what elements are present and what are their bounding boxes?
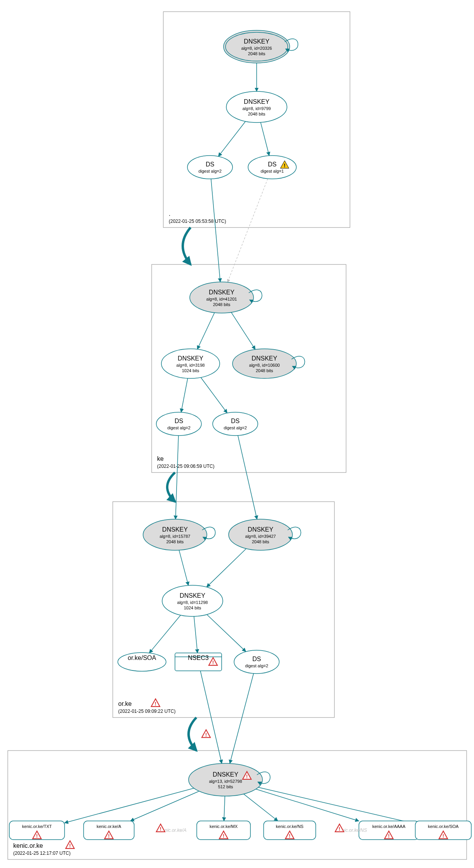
node-subtitle: digest alg=2 [167, 425, 191, 430]
node-subtitle: digest alg=1 [261, 169, 284, 173]
zone-delegation-arrow [189, 718, 196, 751]
node-title: NSEC3 [188, 654, 208, 661]
node-bits: 2048 bits [166, 539, 184, 544]
dnssec-chain-diagram: ! DNSKEYalg=8, id=203262048 bitsDNSKEYal… [0, 0, 474, 868]
node-title: DNSKEY [180, 592, 205, 599]
node-title: kenic.or.ke/TXT [22, 824, 52, 829]
zone-timestamp-kenic: (2022-01-25 12:17:07 UTC) [13, 850, 70, 856]
node-subtitle: alg=8, id=41201 [206, 297, 237, 301]
node-orke_ksk_b: DNSKEYalg=8, id=394272048 bits [229, 519, 301, 550]
node-rr_soa: kenic.or.ke/SOA! [415, 821, 471, 840]
svg-text:!: ! [284, 163, 285, 168]
node-subtitle: alg=8, id=20326 [241, 46, 272, 51]
edge-orke_nsec3-to-kenic_dnskey [200, 671, 222, 763]
zone-name-orke: or.ke [118, 700, 132, 707]
edge-kenic_dnskey-to-rr_a [130, 791, 199, 821]
node-rr_ns: kenic.or.ke/NS! [264, 821, 316, 840]
svg-text:!: ! [36, 833, 38, 839]
edge-root_ds1-to-ke_ksk [227, 178, 268, 282]
node-root_ds1: DSdigest alg=1! [248, 156, 296, 179]
svg-text:!: ! [205, 732, 207, 738]
edge-orke_zsk-to-orke_nsec3 [194, 616, 198, 653]
edge-ke_ksk-to-ke_zsk1 [197, 313, 214, 349]
node-subtitle: alg=13, id=52798 [209, 779, 242, 784]
node-subtitle: alg=8, id=39427 [245, 534, 276, 539]
node-title: DNSKEY [213, 771, 238, 778]
node-subtitle: alg=8, id=11298 [177, 600, 208, 605]
node-orke_zsk: DNSKEYalg=8, id=112981024 bits [162, 585, 223, 616]
node-rr_txt: kenic.or.ke/TXT! [9, 821, 65, 840]
node-title: DNSKEY [244, 98, 269, 105]
node-bits: 2048 bits [213, 302, 231, 307]
node-ke_zsk1: DNSKEYalg=8, id=31981024 bits [161, 349, 220, 378]
edge-kenic_dnskey-to-rr_txt [65, 788, 194, 823]
edge-kenic_dnskey-to-rr_ns [243, 794, 278, 821]
zone-timestamp-orke: (2022-01-25 09:09:22 UTC) [118, 709, 175, 714]
edge-root_zsk-to-root_ds2 [219, 121, 246, 156]
node-title: DS [175, 418, 183, 424]
node-orke_ksk_a: DNSKEYalg=8, id=157872048 bits [143, 519, 215, 550]
svg-text:!: ! [155, 701, 156, 707]
zone-name-root: . [169, 210, 170, 217]
node-title: DS [231, 418, 240, 424]
svg-text:!: ! [339, 826, 340, 832]
svg-text:!: ! [223, 833, 224, 839]
node-ke_ds_b: DSdigest alg=2 [213, 412, 258, 436]
node-title: kenic.or.ke/AAAA [373, 824, 406, 829]
edge-orke_ksk_a-to-orke_zsk [179, 550, 189, 586]
edge-root_zsk-to-root_ds1 [261, 122, 269, 156]
node-subtitle: digest alg=2 [198, 169, 222, 173]
node-title: DS [206, 161, 214, 168]
svg-text:!: ! [212, 660, 214, 665]
edge-root_ds2-to-ke_ksk [211, 179, 220, 282]
node-title: DNSKEY [252, 355, 277, 362]
zone-name-ke: ke [157, 455, 164, 462]
node-bits: 2048 bits [248, 112, 266, 116]
edge-kenic_dnskey-to-rr_soa [258, 788, 415, 824]
zone-delegation-arrow [167, 472, 175, 502]
node-subtitle: alg=8, id=15787 [160, 534, 191, 539]
node-bits: 1024 bits [184, 606, 201, 610]
svg-text:!: ! [108, 833, 110, 839]
edge-kenic_dnskey-to-rr_aaaa [256, 789, 359, 821]
zone-delegation-arrow [183, 228, 191, 264]
svg-text:!: ! [289, 833, 290, 839]
node-root_ds2: DSdigest alg=2 [187, 156, 233, 179]
edge-ke_zsk1-to-ke_ds_a [181, 378, 188, 412]
node-ke_ksk: DNSKEYalg=8, id=412012048 bits [190, 282, 262, 313]
node-subtitle: digest alg=2 [245, 663, 268, 668]
node-title: DNSKEY [178, 355, 203, 362]
node-title: DNSKEY [162, 526, 188, 533]
node-title: DS [252, 656, 261, 662]
node-orke_soa: or.ke/SOA [118, 653, 166, 671]
edge-orke_ksk_b-to-orke_zsk [206, 549, 246, 587]
svg-text:!: ! [160, 826, 161, 832]
node-rr_mx: kenic.or.ke/MX! [197, 821, 250, 840]
node-bits: 2048 bits [252, 539, 269, 544]
svg-text:!: ! [388, 833, 390, 839]
node-bits: 2048 bits [256, 368, 273, 373]
node-root_ksk: DNSKEYalg=8, id=203262048 bits [224, 30, 298, 63]
node-title: kenic.or.ke/MX [210, 824, 238, 829]
svg-text:!: ! [69, 843, 71, 849]
zone-timestamp-root: (2022-01-25 05:53:58 UTC) [169, 219, 226, 224]
node-root_zsk: DNSKEYalg=8, id=97992048 bits [226, 91, 287, 122]
svg-text:!: ! [246, 774, 248, 779]
node-orke_ds: DSdigest alg=2 [234, 650, 279, 674]
node-title: DS [268, 161, 276, 168]
node-orke_nsec3: NSEC3! [175, 653, 222, 671]
edge-orke_ds-to-kenic_dnskey [230, 674, 254, 764]
svg-text:!: ! [443, 833, 444, 839]
node-rr_aaaa: kenic.or.ke/AAAA! [359, 821, 419, 840]
node-title: or.ke/SOA [128, 654, 156, 661]
zone-timestamp-ke: (2022-01-25 09:06:59 UTC) [157, 464, 214, 469]
node-title: kenic.or.ke/A [97, 824, 122, 829]
error-icon: ! [151, 699, 160, 707]
node-title: kenic.or.ke/SOA [428, 824, 459, 829]
node-kenic_dnskey: DNSKEYalg=13, id=52798512 bits! [189, 763, 270, 796]
node-bits: 512 bits [218, 784, 233, 789]
node-bits: 2048 bits [248, 51, 266, 56]
node-ke_zsk2: DNSKEYalg=8, id=106002048 bits [233, 349, 305, 378]
node-rr_a: kenic.or.ke/A! [84, 821, 134, 840]
node-subtitle: alg=8, id=9799 [243, 106, 271, 111]
